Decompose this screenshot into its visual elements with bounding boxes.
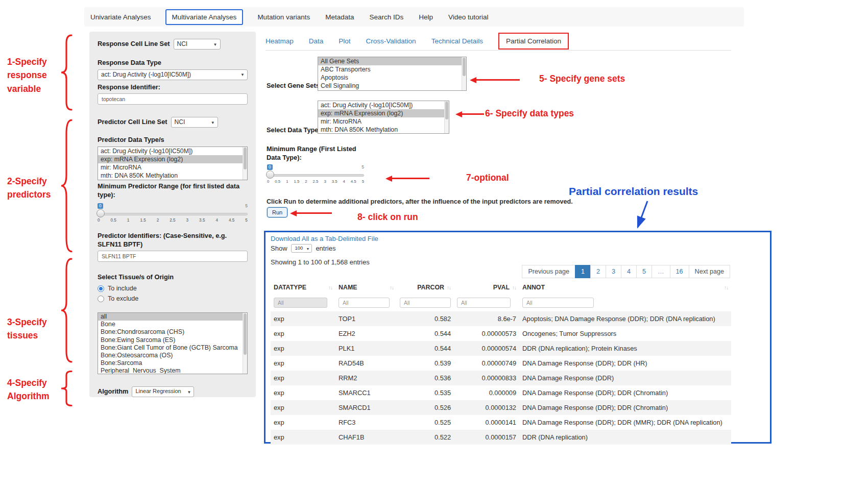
annotation-step7: 7-optional: [466, 173, 509, 183]
tab-data[interactable]: Data: [309, 37, 324, 45]
scrollbar-thumb[interactable]: [463, 58, 466, 76]
cell-pval: 8.6e-7: [454, 311, 519, 326]
response-identifier-input[interactable]: [98, 93, 248, 105]
nav-tab-help[interactable]: Help: [418, 10, 434, 24]
tab-plot[interactable]: Plot: [339, 37, 350, 45]
tissue-option-bone-sarcoma[interactable]: Bone:Sarcoma: [98, 359, 247, 367]
gene-set-option-apoptosis[interactable]: Apoptosis: [318, 74, 466, 82]
nav-tab-metadata[interactable]: Metadata: [324, 10, 355, 24]
run-instruction-text: Click Run to determine additional predic…: [267, 198, 573, 205]
tissue-option-bone-ewing-sarcoma-es[interactable]: Bone:Ewing Sarcoma (ES): [98, 336, 247, 344]
bracket-step3-icon: [59, 257, 75, 364]
slider-track[interactable]: [267, 174, 364, 177]
download-link[interactable]: Download All as a Tab-Delimited File: [271, 235, 378, 242]
pagination-5[interactable]: 5: [636, 265, 652, 278]
tab-partial-correlation[interactable]: Partial Correlation: [506, 37, 561, 45]
scrollbar-thumb[interactable]: [244, 313, 247, 355]
column-header-name[interactable]: NAME↑↓: [335, 281, 397, 294]
response-data-type-label: Response Data Type: [98, 59, 248, 67]
tissue-option-all[interactable]: all: [98, 313, 247, 321]
tab-technical-details[interactable]: Technical Details: [431, 37, 483, 45]
tissue-option-bone-giant-cell-tumor-of-bone-gctb-sarcoma[interactable]: Bone:Giant Cell Tumor of Bone (GCTB) Sar…: [98, 344, 247, 352]
radio-unselected-icon: [98, 296, 104, 302]
pagination-4[interactable]: 4: [621, 265, 637, 278]
pagination-2[interactable]: 2: [590, 265, 606, 278]
tab-heatmap[interactable]: Heatmap: [266, 37, 294, 45]
cell-name: EZH2: [335, 326, 397, 341]
filter-input-parcor[interactable]: [400, 298, 451, 308]
slider-handle[interactable]: [266, 170, 274, 179]
column-header-annot[interactable]: ANNOT↑↓: [519, 281, 731, 294]
chevron-down-icon: ▼: [240, 72, 245, 77]
tissue-option-peripheral-nervous-system[interactable]: Peripheral_Nervous_System: [98, 367, 247, 374]
gene-set-option-all-gene-sets[interactable]: All Gene Sets: [318, 57, 466, 65]
table-body: expTOP10.5828.6e-7Apoptosis; DNA Damage …: [271, 311, 731, 445]
filter-input-annot[interactable]: [522, 298, 594, 308]
pagination-3[interactable]: 3: [606, 265, 621, 278]
filter-input-datatype[interactable]: [274, 298, 327, 308]
response-cell-line-set-label: Response Cell Line Set: [98, 40, 170, 48]
partial-correlation-highlight-box: Partial Correlation: [498, 33, 569, 50]
tissue-option-bone[interactable]: Bone: [98, 321, 247, 328]
table-row-plk1: expPLK10.5440.00000574DDR (DNA replicati…: [271, 341, 731, 356]
predictor-data-type-option-mth-dna-850k-methylation[interactable]: mth: DNA 850K Methylation: [98, 172, 247, 180]
algorithm-label: Algorithm: [98, 387, 128, 396]
column-header-parcor[interactable]: PARCOR↑↓: [397, 281, 454, 294]
pagination-16[interactable]: 16: [670, 265, 689, 278]
nav-tab-multivariate-analyses[interactable]: Multivariate Analyses: [165, 9, 244, 25]
predictor-data-type-option-mir-microrna[interactable]: mir: MicroRNA: [98, 163, 247, 172]
algorithm-select[interactable]: Linear Regression ▼: [132, 386, 194, 397]
nav-tab-search-ids[interactable]: Search IDs: [368, 10, 404, 24]
gene-set-option-cell-signaling[interactable]: Cell Signaling: [318, 82, 466, 90]
scrollbar-thumb[interactable]: [445, 102, 448, 119]
tissue-exclude-radio[interactable]: To exclude: [98, 295, 248, 302]
slider-tick: 1: [127, 218, 130, 223]
data-type-option-mth-dna-850k-methylation[interactable]: mth: DNA 850K Methylation: [318, 126, 449, 134]
nav-tab-mutation-variants[interactable]: Mutation variants: [256, 10, 311, 24]
cell-pval: 0.0000132: [454, 400, 519, 415]
arrow-step5-icon: [470, 77, 520, 83]
scrollbar-thumb[interactable]: [244, 148, 247, 170]
predictor-identifiers-input[interactable]: [98, 251, 248, 262]
entries-per-page-select[interactable]: 100 ▼: [291, 244, 312, 253]
annotation-step2: 2-Specify predictors: [7, 175, 51, 202]
results-arrow-icon: [631, 200, 652, 232]
filter-input-name[interactable]: [339, 298, 390, 308]
data-type-option-act-drug-activity-log10-ic50m[interactable]: act: Drug Activity (-log10[IC50M]): [318, 101, 449, 109]
pagination-previous-page[interactable]: Previous page: [522, 265, 575, 278]
pagination-next-page[interactable]: Next page: [689, 265, 730, 278]
nav-tab-univariate-analyses[interactable]: Univariate Analyses: [89, 10, 152, 24]
scrollbar: [243, 313, 247, 374]
response-data-type-select[interactable]: act: Drug Activity (-log10[IC50M]) ▼: [98, 69, 248, 80]
run-button[interactable]: Run: [267, 207, 287, 217]
column-label: ANNOT: [522, 284, 545, 291]
tissue-option-bone-osteosarcoma-os[interactable]: Bone:Osteosarcoma (OS): [98, 352, 247, 359]
cellminercdb-app: Univariate AnalysesMultivariate Analyses…: [0, 0, 868, 488]
partial-correlation-results-label: Partial correlation results: [569, 185, 698, 198]
sort-icon: ↑↓: [447, 285, 451, 290]
predictor-data-type-option-exp-mrna-expression-log2[interactable]: exp: mRNA Expression (log2): [98, 155, 247, 163]
slider-value-bubble: 0: [267, 164, 273, 170]
cell-datatype: exp: [271, 415, 335, 430]
slider-handle[interactable]: [97, 209, 105, 217]
annotation-step3: 3-Specify tissues: [7, 315, 47, 343]
column-header-pval[interactable]: PVAL↑↓: [454, 281, 519, 294]
tissue-option-bone-chondrosarcoma-chs[interactable]: Bone:Chondrosarcoma (CHS): [98, 328, 247, 336]
slider-track[interactable]: [98, 213, 248, 215]
arrow-step6-icon: [455, 111, 484, 117]
pagination-1[interactable]: 1: [575, 265, 591, 278]
min-predictor-range-slider: 0 5 00.511.522.533.544.55: [98, 203, 248, 227]
bracket-step4-icon: [59, 371, 75, 406]
response-cell-line-set-select[interactable]: NCI ▼: [174, 39, 221, 50]
data-type-option-exp-mrna-expression-log2[interactable]: exp: mRNA Expression (log2): [318, 109, 449, 117]
column-header-datatype[interactable]: DATATYPE↑↓: [271, 281, 335, 294]
cell-datatype: exp: [271, 311, 335, 326]
data-type-option-mir-microrna[interactable]: mir: MicroRNA: [318, 117, 449, 126]
predictor-cell-line-set-select[interactable]: NCI ▼: [171, 117, 218, 128]
nav-tab-video-tutorial[interactable]: Video tutorial: [447, 10, 490, 24]
tissue-include-radio[interactable]: To include: [98, 285, 248, 292]
predictor-data-type-option-act-drug-activity-log10-ic50m[interactable]: act: Drug Activity (-log10[IC50M]): [98, 147, 247, 155]
filter-input-pval[interactable]: [457, 298, 511, 308]
tab-cross-validation[interactable]: Cross-Validation: [366, 37, 416, 45]
gene-set-option-abc-transporters[interactable]: ABC Transporters: [318, 65, 466, 74]
